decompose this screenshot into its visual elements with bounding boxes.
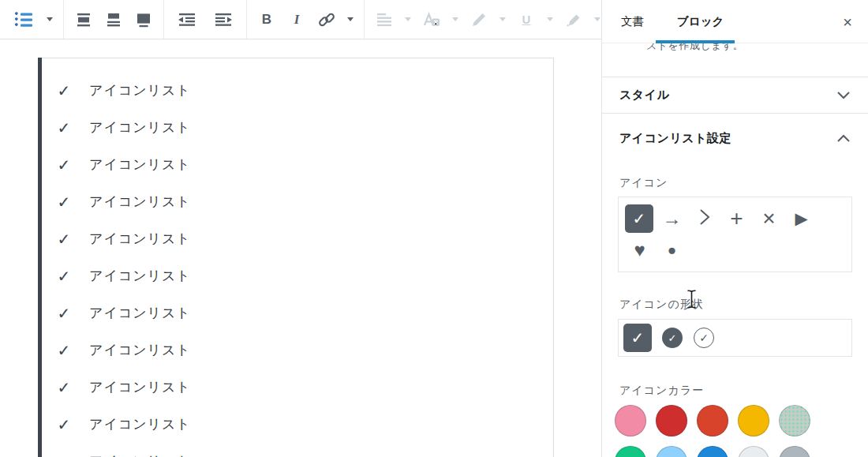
check-icon: ✓ (56, 378, 72, 397)
align-middle-icon (76, 12, 92, 28)
check-icon: ✓ (56, 81, 72, 100)
underline-button[interactable]: U (511, 1, 541, 39)
list-item[interactable]: ✓アイコンリスト (56, 257, 553, 294)
align-bottom-button[interactable] (129, 1, 159, 39)
tab-document[interactable]: 文書 (621, 14, 644, 29)
check-icon: ✓ (56, 230, 72, 249)
color-swatch[interactable] (615, 405, 646, 436)
list-item[interactable]: ✓アイコンリスト (56, 220, 553, 257)
check-icon: ✓ (56, 155, 72, 174)
close-sidebar-button[interactable]: × (836, 11, 859, 33)
check-circle-filled-icon: ✓ (668, 332, 677, 344)
list-item-text[interactable]: アイコンリスト (89, 193, 191, 211)
panel-style[interactable]: スタイル (602, 77, 868, 114)
shape-option-filled-circle-check[interactable]: ✓ (662, 328, 683, 348)
heart-icon: ♥ (634, 239, 645, 261)
plus-icon: + (730, 208, 743, 230)
list-item[interactable]: ✓アイコンリスト (56, 294, 553, 332)
list-item-text[interactable]: アイコンリスト (89, 378, 191, 396)
block-toolbar: B I (0, 0, 601, 39)
list-item[interactable]: ✓アイコンリスト (56, 183, 553, 220)
list-item[interactable]: ✓アイコンリスト (56, 443, 553, 457)
bold-label: B (262, 12, 271, 28)
underline-label: U (522, 13, 531, 26)
icon-picker: ✓ → + × ▶ ♥ (618, 197, 852, 272)
list-item[interactable]: ✓アイコンリスト (56, 72, 553, 109)
list-item-text[interactable]: アイコンリスト (89, 341, 191, 359)
ruby-annotation-icon (422, 11, 441, 28)
dropdown-caret-icon (594, 17, 600, 21)
list-item-text[interactable]: アイコンリスト (89, 118, 191, 137)
icon-list-block-button[interactable] (5, 1, 41, 39)
color-swatch[interactable] (738, 446, 769, 457)
color-swatch[interactable] (615, 446, 646, 457)
list-item-text[interactable]: アイコンリスト (89, 155, 191, 174)
color-swatch[interactable] (738, 405, 769, 436)
list-item-text[interactable]: アイコンリスト (89, 415, 191, 433)
icon-option-arrow-right[interactable]: → (656, 203, 688, 234)
list-item-text[interactable]: アイコンリスト (89, 267, 191, 285)
list-item[interactable]: ✓アイコンリスト (56, 146, 553, 183)
icon-section-label: アイコン (602, 176, 868, 190)
icon-option-chevron-right[interactable] (688, 203, 720, 234)
align-top-button[interactable] (99, 1, 129, 39)
format-dropdown[interactable] (342, 1, 359, 39)
pen-dropdown[interactable] (494, 1, 511, 39)
color-swatch[interactable] (656, 405, 687, 436)
icon-option-play[interactable]: ▶ (785, 203, 817, 234)
check-icon: ✓ (633, 209, 646, 228)
underline-dropdown[interactable] (541, 1, 559, 39)
icon-option-plus[interactable]: + (720, 203, 753, 234)
color-swatch[interactable] (779, 446, 810, 457)
icon-option-dot[interactable]: ● (656, 234, 688, 266)
chevron-down-icon (836, 91, 851, 99)
block-switcher-dropdown[interactable] (41, 1, 58, 39)
color-swatch[interactable] (779, 405, 810, 436)
line-height-icon (376, 12, 393, 28)
line-height-button[interactable] (369, 1, 399, 39)
list-item[interactable]: ✓アイコンリスト (56, 332, 553, 369)
list-item[interactable]: ✓アイコンリスト (56, 369, 553, 406)
ruby-dropdown[interactable] (447, 1, 464, 39)
indent-icon (214, 12, 233, 28)
shape-section-label: アイコンの形状 (602, 298, 868, 312)
list-item-text[interactable]: アイコンリスト (89, 452, 191, 457)
check-icon: ✓ (56, 267, 72, 286)
list-item-text[interactable]: アイコンリスト (89, 304, 191, 322)
icon-option-heart[interactable]: ♥ (623, 234, 656, 266)
dropdown-caret-icon (499, 17, 506, 21)
play-icon: ▶ (795, 209, 807, 228)
italic-button[interactable]: I (282, 1, 312, 39)
list-item[interactable]: ✓アイコンリスト (56, 109, 553, 146)
color-swatch[interactable] (656, 446, 687, 457)
dropdown-caret-icon (347, 17, 354, 21)
ruby-button[interactable] (417, 1, 447, 39)
bold-button[interactable]: B (252, 1, 282, 39)
list-item[interactable]: ✓アイコンリスト (56, 406, 553, 443)
icon-list-block-icon (13, 10, 33, 29)
shape-option-plain-check[interactable]: ✓ (623, 324, 652, 352)
link-button[interactable] (312, 1, 342, 39)
color-swatch[interactable] (697, 446, 728, 457)
highlighter-button[interactable] (559, 1, 589, 39)
align-top-icon (106, 12, 122, 28)
pen-button[interactable] (464, 1, 494, 39)
indent-button[interactable] (205, 1, 241, 39)
panel-icon-list-settings[interactable]: アイコンリスト設定 (602, 114, 868, 163)
sidebar-header: 文書 ブロック × (602, 0, 868, 43)
tab-block[interactable]: ブロック (677, 14, 724, 29)
icon-list: ✓アイコンリスト ✓アイコンリスト ✓アイコンリスト ✓アイコンリスト ✓アイコ… (39, 58, 553, 457)
icon-list-block[interactable]: ✓アイコンリスト ✓アイコンリスト ✓アイコンリスト ✓アイコンリスト ✓アイコ… (38, 58, 554, 457)
icon-option-check[interactable]: ✓ (625, 204, 653, 233)
chevron-up-icon (836, 134, 851, 143)
list-item-text[interactable]: アイコンリスト (89, 230, 191, 248)
outdent-button[interactable] (169, 1, 205, 39)
align-middle-button[interactable] (69, 1, 99, 39)
color-swatch[interactable] (697, 405, 728, 436)
shape-option-outline-circle-check[interactable]: ✓ (694, 328, 714, 348)
block-editor-app: B I (0, 0, 868, 457)
check-icon: ✓ (56, 415, 72, 434)
list-item-text[interactable]: アイコンリスト (89, 81, 191, 99)
line-height-dropdown[interactable] (399, 1, 417, 39)
icon-option-times[interactable]: × (753, 203, 785, 234)
